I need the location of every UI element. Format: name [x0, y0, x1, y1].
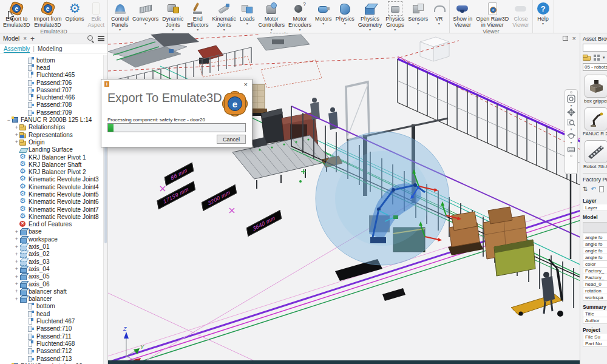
- tab-modeling[interactable]: Modeling: [38, 46, 63, 52]
- tree-expander[interactable]: +: [14, 236, 19, 242]
- dropdown-caret-icon[interactable]: ▾: [344, 22, 346, 25]
- viewport-close-icon[interactable]: ×: [572, 35, 576, 41]
- split-view-icon[interactable]: [563, 36, 568, 41]
- physics-groups-button[interactable]: Physics Groups▾: [384, 0, 406, 31]
- tab-close-icon[interactable]: ×: [23, 35, 27, 42]
- box-gripper-thumbnail[interactable]: [585, 75, 607, 98]
- property-row[interactable]: angle fo: [583, 248, 607, 254]
- tree-item-relationships[interactable]: +Relationships: [0, 124, 103, 131]
- tree-item-fluchtend-465[interactable]: Fluchtend:465: [0, 72, 103, 79]
- tree-item-passend-707[interactable]: Passend:707: [0, 86, 103, 93]
- tree-item-passend-712[interactable]: Passend:712: [0, 348, 103, 355]
- look-at-icon[interactable]: [566, 144, 576, 154]
- tree-item-krj-balancer-shaft[interactable]: KRJ Balancer Shaft: [0, 161, 103, 168]
- cancel-button[interactable]: Cancel: [217, 135, 246, 144]
- property-row[interactable]: File Su: [583, 334, 607, 340]
- tree-expander[interactable]: +: [14, 274, 19, 280]
- sort-icon[interactable]: ⇅: [583, 186, 588, 192]
- motors-button[interactable]: Motors▾: [313, 0, 334, 31]
- tree-item-fluchtend-466[interactable]: Fluchtend:466: [0, 93, 103, 101]
- tree-expander[interactable]: +: [14, 124, 19, 130]
- navbar-caret-icon[interactable]: ▾: [570, 141, 572, 144]
- property-row[interactable]: Layer: [583, 204, 607, 211]
- tree-item-passend-711[interactable]: Passend:711: [0, 332, 103, 340]
- undo-icon[interactable]: ↶: [591, 186, 595, 192]
- navbar-handle[interactable]: [570, 155, 572, 157]
- asset-folder-dropdown[interactable]: 05 - robots an: [583, 63, 607, 71]
- tree-item-fanuc-r-2000b-125-l-14[interactable]: −FANUC R 2000B 125 L:14: [0, 116, 103, 123]
- tab-assembly[interactable]: Assembly: [4, 46, 30, 53]
- physics-button[interactable]: Physics▾: [334, 0, 356, 31]
- vr-button[interactable]: VR▾: [430, 0, 448, 31]
- property-row[interactable]: angle fo: [583, 254, 607, 261]
- menu-icon[interactable]: [98, 36, 104, 41]
- tree-item-kinematic-revolute-joint5[interactable]: Kinematic Revolute Joint5: [0, 190, 103, 198]
- tree-expander[interactable]: +: [14, 296, 19, 302]
- tree-item-head[interactable]: head: [0, 310, 103, 317]
- motor-controllers-button[interactable]: Motor Controllers▾: [257, 0, 287, 31]
- asset-item[interactable]: box gripper: [583, 75, 607, 104]
- page-icon[interactable]: [599, 186, 604, 192]
- tree-item-axis-01[interactable]: +axis_01: [0, 243, 103, 250]
- tree-item-axis-05[interactable]: +axis_05: [0, 273, 103, 280]
- property-row[interactable]: rotation: [583, 288, 607, 294]
- open-raw3d-in-viewer-button[interactable]: Open Raw3D in Viewer: [474, 0, 510, 29]
- tree-item-krj-balancer-pivot-2[interactable]: KRJ Balancer Pivot 2: [0, 168, 103, 175]
- dialog-close-icon[interactable]: ×: [243, 81, 249, 87]
- property-row[interactable]: Part Nu: [583, 340, 607, 347]
- tree-expander[interactable]: +: [14, 229, 19, 235]
- dropdown-caret-icon[interactable]: ▾: [246, 22, 248, 25]
- tree-item-fluchtend-467[interactable]: Fluchtend:467: [0, 317, 103, 325]
- end-effectors-button[interactable]: End Effectors▾: [185, 0, 210, 31]
- property-row[interactable]: Factory_: [583, 268, 607, 274]
- tree-item-balancer[interactable]: +balancer: [0, 295, 103, 303]
- tree-item-passend-706[interactable]: Passend:706: [0, 79, 103, 86]
- tree-item-origin[interactable]: +Origin: [0, 138, 103, 146]
- loads-button[interactable]: Loads▾: [238, 0, 257, 31]
- tree-item-bottom[interactable]: bottom: [0, 56, 103, 64]
- dropdown-caret-icon[interactable]: ▾: [322, 22, 324, 25]
- kinematic-joints-button[interactable]: Kinematic Joints▾: [211, 0, 239, 31]
- dropdown-caret-icon[interactable]: ▾: [144, 22, 146, 25]
- zoom-icon[interactable]: [566, 118, 576, 127]
- asset-item[interactable]: Robot 7th A: [583, 140, 607, 169]
- tree-item-axis-02[interactable]: +axis_02: [0, 251, 103, 258]
- tree-expander[interactable]: +: [14, 281, 19, 287]
- tree-item-fluchtend-468[interactable]: Fluchtend:468: [0, 340, 103, 347]
- tree-expander[interactable]: −: [6, 117, 12, 123]
- dialog-title-bar[interactable]: ×: [101, 79, 252, 89]
- tree-expander[interactable]: +: [14, 251, 19, 257]
- add-folder-icon[interactable]: [583, 55, 591, 61]
- dropdown-caret-icon[interactable]: ▾: [438, 22, 440, 25]
- tree-item-kinematic-revolute-joint3[interactable]: Kinematic Revolute Joint3: [0, 176, 103, 183]
- chevron-down-icon[interactable]: ▾: [603, 55, 605, 60]
- help-button[interactable]: Help▾: [534, 0, 552, 25]
- property-row[interactable]: angle fo: [583, 234, 607, 241]
- tree-item-base[interactable]: +base: [0, 228, 103, 235]
- property-row[interactable]: Title: [583, 311, 607, 317]
- conveyors-button[interactable]: Conveyors▾: [131, 0, 160, 31]
- tree-item-axis-04[interactable]: +axis_04: [0, 265, 103, 272]
- tree-expander[interactable]: +: [14, 139, 19, 145]
- pan-icon[interactable]: [566, 107, 576, 117]
- export-to-emulate3d-button[interactable]: Export to Emulate3D: [1, 0, 32, 29]
- property-row[interactable]: Factory_: [583, 274, 607, 281]
- fanuc-robot-thumbnail[interactable]: [585, 107, 607, 130]
- property-row[interactable]: Author: [583, 317, 607, 324]
- tree-expander[interactable]: +: [14, 132, 19, 138]
- search-icon[interactable]: [87, 35, 94, 42]
- new-tab-button[interactable]: +: [30, 35, 35, 43]
- tree-item-workspace[interactable]: +workspace: [0, 235, 103, 243]
- tree-item-kinematic-revolute-joint7[interactable]: Kinematic Revolute Joint7: [0, 206, 103, 213]
- tree-item-axis-06[interactable]: +axis_06: [0, 280, 103, 288]
- asset-item[interactable]: FANUC R 20: [583, 107, 607, 136]
- tree-expander[interactable]: +: [14, 258, 19, 265]
- tree-item-passend-713[interactable]: Passend:713: [0, 355, 103, 362]
- asset-search-input[interactable]: [583, 44, 607, 52]
- property-row[interactable]: color: [583, 261, 607, 268]
- show-in-viewer-button[interactable]: Show in Viewer: [451, 0, 474, 29]
- motor-encoders-button[interactable]: Motor Encoders▾: [287, 0, 313, 31]
- tree-item-kinematic-revolute-joint4[interactable]: Kinematic Revolute Joint4: [0, 183, 103, 190]
- tree-item-representations[interactable]: +Representations: [0, 131, 103, 138]
- sensors-button[interactable]: Sensors▾: [406, 0, 430, 31]
